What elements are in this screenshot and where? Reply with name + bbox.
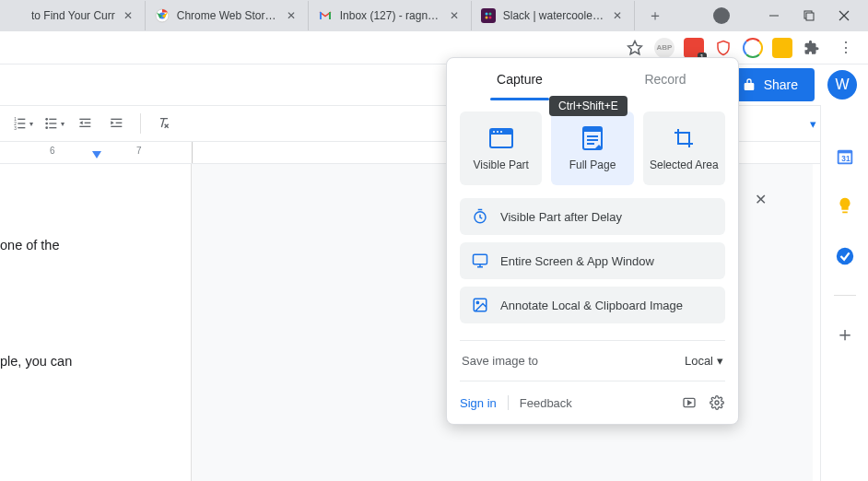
decrease-indent-button[interactable] [72,111,100,136]
svg-rect-33 [111,126,122,127]
doc-text: ple, you can [0,352,191,372]
svg-rect-29 [79,126,90,127]
gmail-favicon-icon [318,8,333,23]
adblock-extension-icon[interactable]: ABP [654,38,674,58]
svg-point-57 [476,301,478,303]
keyboard-shortcut-tooltip: Ctrl+Shift+E [549,96,628,116]
svg-point-8 [488,17,491,19]
ruler-guide [192,142,193,163]
svg-rect-16 [18,119,25,120]
svg-text:3: 3 [14,126,17,131]
record-tab[interactable]: Record [592,58,738,100]
close-panel-icon[interactable]: ✕ [751,190,769,208]
svg-point-6 [488,13,491,16]
bulleted-list-button[interactable] [41,111,68,136]
share-label: Share [764,77,798,92]
calendar-addon-icon[interactable]: 31 [834,146,856,168]
tab-label: Record [644,72,686,87]
visible-after-delay-item[interactable]: Visible Part after Delay [460,198,725,235]
minimize-window-icon[interactable] [767,8,781,23]
toolbar-separator [140,113,141,134]
svg-point-5 [485,13,487,16]
save-label: Save image to [462,354,538,368]
close-window-icon[interactable] [837,8,851,23]
extension-icon[interactable] [772,38,792,58]
svg-text:31: 31 [841,155,850,163]
keep-addon-icon[interactable] [834,195,856,217]
document-page[interactable]: one of the ple, you can [0,164,192,481]
selected-area-card[interactable]: Selected Area [643,111,725,185]
browser-tab[interactable]: Slack | watercooler | C ✕ [472,1,635,30]
svg-rect-53 [474,254,487,264]
capture-tab[interactable]: Capture [447,58,592,100]
save-location-row: Save image to Local ▾ [447,345,738,377]
numbered-list-button[interactable]: 123 [9,111,37,136]
entire-screen-item[interactable]: Entire Screen & App Window [460,242,725,279]
ruler-number: 7 [136,146,142,156]
sign-in-link[interactable]: Sign in [460,396,497,410]
feedback-link[interactable]: Feedback [520,396,572,410]
save-location-dropdown[interactable]: Local ▾ [685,354,723,368]
settings-gear-icon[interactable] [709,394,725,411]
svg-point-45 [500,131,502,133]
browser-menu-icon[interactable]: ⋮ [835,37,857,59]
card-label: Full Page [569,158,616,171]
nimbus-extension-icon[interactable] [743,38,763,58]
svg-rect-26 [49,127,56,128]
extensions-puzzle-icon[interactable] [802,38,822,58]
svg-rect-47 [583,127,602,132]
svg-rect-18 [18,123,25,123]
popup-tabs: Capture Record [447,58,738,100]
browser-window-icon [488,125,514,151]
ruler-number: 6 [50,146,55,156]
doc-text: one of the [0,236,191,256]
close-tab-icon[interactable]: ✕ [447,8,462,23]
svg-rect-24 [49,123,56,123]
svg-rect-31 [111,119,122,120]
svg-point-21 [45,118,48,121]
svg-point-60 [715,401,719,405]
browser-tab[interactable]: Inbox (127) - ragnartm ✕ [309,1,472,30]
side-panel: 31 ＋ [820,105,868,481]
svg-marker-59 [688,401,691,405]
footer-divider [508,395,509,410]
new-tab-button[interactable]: ＋ [642,3,668,29]
lastpass-extension-icon[interactable]: 1 [684,38,704,58]
maximize-window-icon[interactable] [802,8,816,23]
svg-point-23 [45,123,48,125]
close-tab-icon[interactable]: ✕ [610,8,625,23]
increase-indent-button[interactable] [103,111,131,136]
tab-title: Slack | watercooler | C [503,9,604,22]
full-page-icon [580,125,605,151]
image-icon [471,296,489,314]
ruler-marker-icon[interactable] [92,151,101,158]
slack-favicon-icon [481,8,496,23]
close-tab-icon[interactable]: ✕ [284,8,299,23]
profile-icon[interactable] [713,7,730,24]
browser-tab[interactable]: to Find Your Curr ✕ [0,1,146,30]
crop-icon [671,125,697,151]
svg-rect-32 [116,123,123,123]
tab-title: to Find Your Curr [31,9,115,22]
user-avatar[interactable]: W [827,70,857,100]
save-value: Local [685,354,713,368]
share-button[interactable]: Share [729,68,815,101]
monitor-icon [471,252,489,270]
visible-part-card[interactable]: Visible Part [460,111,542,185]
video-library-icon[interactable] [681,394,698,411]
card-label: Selected Area [650,158,719,171]
browser-tab[interactable]: Chrome Web Store - s ✕ [146,1,309,30]
tab-title: Chrome Web Store - s [177,9,278,22]
svg-marker-30 [79,121,82,124]
full-page-card[interactable]: Full Page [551,111,633,185]
bookmark-star-icon[interactable] [625,38,645,58]
svg-rect-3 [329,12,331,19]
close-tab-icon[interactable]: ✕ [121,8,135,23]
annotate-image-item[interactable]: Annotate Local & Clipboard Image [460,287,725,323]
sidepanel-separator [834,295,856,296]
popup-separator [460,381,725,381]
ublock-extension-icon[interactable] [713,38,733,58]
clear-formatting-button[interactable] [150,111,178,136]
tasks-addon-icon[interactable] [834,245,856,267]
add-addon-icon[interactable]: ＋ [834,323,856,346]
